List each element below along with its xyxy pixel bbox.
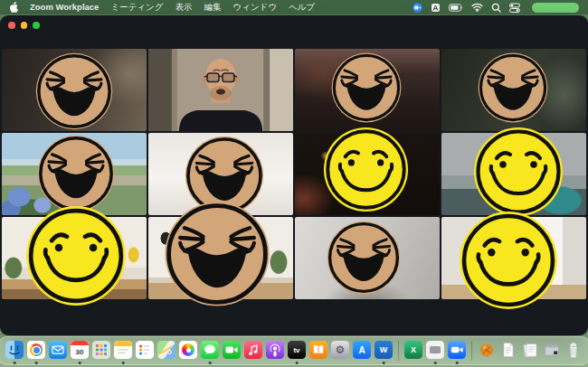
desktop: { "menu_bar": { "app_name": "Zoom Workpl… — [0, 0, 588, 367]
menu-item-4[interactable]: ウィンドウ — [233, 0, 278, 14]
fullscreen-window-button[interactable] — [33, 22, 40, 29]
dock-maps-icon[interactable] — [157, 341, 175, 361]
participant-tile-9[interactable] — [2, 217, 147, 299]
dock-minwindow-icon[interactable] — [543, 341, 561, 361]
running-indicator-dot — [79, 362, 81, 364]
participant-tile-11[interactable] — [295, 217, 440, 299]
dock-podcasts-icon[interactable] — [266, 341, 284, 361]
dock-zoom-icon[interactable] — [448, 341, 466, 361]
dock-whiteapp-icon[interactable] — [426, 341, 444, 361]
participant-tile-5[interactable] — [2, 133, 147, 215]
participant-tile-4[interactable] — [441, 49, 586, 131]
running-indicator-dot — [296, 362, 299, 364]
dock-facetime-icon[interactable] — [223, 341, 241, 361]
dock-appstore-icon[interactable]: A — [353, 341, 371, 361]
dock-trash-icon[interactable] — [564, 341, 583, 361]
participant-tile-1[interactable] — [2, 49, 147, 131]
menu-item-1[interactable]: ミーティング — [110, 0, 163, 14]
participant-video-person — [148, 49, 293, 131]
running-indicator-dot — [434, 362, 437, 364]
dock-finder-icon[interactable] — [5, 341, 24, 361]
dock-messages-icon[interactable] — [201, 341, 219, 361]
dock-chrome-icon[interactable] — [27, 341, 45, 361]
minimize-window-button[interactable] — [21, 22, 28, 29]
dock-word-icon[interactable]: W — [375, 341, 393, 361]
dock-books-icon[interactable] — [309, 341, 327, 361]
dock: 30tv⚙AWX — [0, 336, 588, 365]
dock-tv-icon[interactable]: tv — [288, 341, 306, 361]
running-indicator-dot — [209, 362, 212, 364]
control-center-icon[interactable] — [509, 3, 520, 13]
dock-excel-icon[interactable]: X — [404, 341, 422, 361]
dock-photos-icon[interactable] — [179, 341, 197, 361]
running-indicator-dot — [456, 362, 459, 364]
running-indicator-dot — [122, 362, 125, 364]
participant-tile-7[interactable] — [295, 133, 440, 215]
participant-tile-12[interactable] — [441, 217, 586, 299]
running-indicator-dot — [35, 362, 38, 364]
dock-reminders-icon[interactable] — [136, 341, 154, 361]
spotlight-search-icon[interactable] — [491, 3, 501, 13]
dock-mail-icon[interactable] — [49, 341, 67, 361]
participant-tile-2[interactable] — [148, 49, 293, 131]
menu-item-2[interactable]: 表示 — [175, 0, 193, 14]
wifi-icon[interactable] — [471, 3, 483, 12]
apple-menu-icon[interactable] — [9, 2, 18, 13]
menu-bar: Zoom Workplace ミーティング表示編集ウィンドウヘルプ — [0, 0, 588, 14]
menu-item-5[interactable]: ヘルプ — [289, 0, 315, 14]
input-source-icon[interactable] — [431, 3, 441, 13]
menubar-app-name[interactable]: Zoom Workplace — [30, 0, 99, 14]
participant-tile-6[interactable] — [148, 133, 293, 215]
participant-tile-10[interactable] — [148, 217, 293, 299]
zoom-video-status-icon[interactable] — [413, 3, 422, 13]
participant-tile-3[interactable] — [295, 49, 440, 131]
dock-downloads-icon[interactable] — [478, 341, 496, 361]
battery-icon[interactable] — [449, 4, 463, 12]
close-window-button[interactable] — [8, 22, 15, 29]
menubar-menus: ミーティング表示編集ウィンドウヘルプ — [110, 0, 315, 14]
running-indicator-dot — [383, 362, 385, 364]
dock-docstack-icon[interactable] — [499, 341, 517, 361]
menu-item-3[interactable]: 編集 — [204, 0, 222, 14]
dock-calendar-icon[interactable]: 30 — [71, 341, 89, 361]
participant-tile-8[interactable] — [441, 133, 586, 215]
dock-divider — [471, 341, 472, 361]
dock-notes-icon[interactable] — [114, 341, 132, 361]
menubar-time-pill[interactable] — [532, 3, 579, 13]
dock-divider — [398, 341, 399, 361]
dock-music-icon[interactable] — [244, 341, 262, 361]
menubar-status-area — [413, 3, 520, 13]
running-indicator-dot — [14, 362, 16, 364]
dock-launchpad-icon[interactable] — [92, 341, 110, 361]
dock-settings-icon[interactable]: ⚙ — [331, 341, 349, 361]
window-controls — [8, 22, 40, 29]
zoom-meeting-window — [0, 15, 588, 335]
video-grid — [2, 49, 586, 299]
dock-pagestack-icon[interactable] — [521, 341, 539, 361]
